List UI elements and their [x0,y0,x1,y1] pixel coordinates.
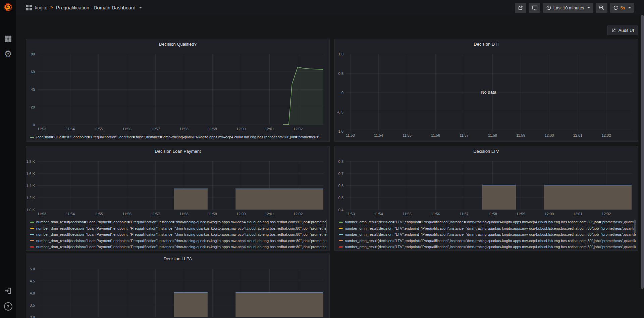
legend-item[interactable]: number_dmn_result{decision="Loan Payment… [30,244,327,250]
legend-series-label[interactable]: number_dmn_result{decision="Loan Payment… [36,220,327,224]
legend-item[interactable]: number_dmn_result{decision="Loan Payment… [30,225,327,232]
help-icon[interactable]: ? [0,302,16,311]
tv-mode-button[interactable] [529,3,540,13]
svg-text:0.5: 0.5 [338,72,343,76]
svg-text:12:00: 12:00 [545,212,554,216]
chevron-down-icon[interactable] [139,7,142,8]
header-actions: Last 10 minutes 5s [515,3,634,13]
audit-ui-button[interactable]: Audit UI [607,26,638,35]
legend-item[interactable]: number_dmn_result{decision="LTV",endpoin… [339,219,636,225]
legend-scrollbar[interactable] [326,220,327,233]
legend-series-label[interactable]: number_dmn_result{decision="Loan Payment… [36,232,327,236]
svg-text:1.0 K: 1.0 K [26,208,35,212]
svg-text:12:02: 12:02 [293,212,303,216]
legend-item[interactable]: {decision="Qualified?",endpoint="Prequal… [30,134,327,140]
breadcrumb-separator-icon: > [50,5,53,10]
svg-text:0: 0 [33,123,35,127]
svg-text:0.7: 0.7 [338,172,343,176]
chart-decision-dti[interactable]: 11:5311:5411:5511:5611:5711:5811:5912:00… [335,39,638,141]
legend-item[interactable]: number_dmn_result{decision="LTV",endpoin… [339,225,636,232]
chart-decision-ltv[interactable]: 11:5311:5411:5511:5611:5711:5811:5912:00… [335,146,638,220]
legend-series-color [30,246,34,247]
breadcrumb-folder[interactable]: kogito [35,5,47,10]
svg-text:60: 60 [31,70,35,74]
legend-series-color [339,240,343,241]
svg-text:1.0: 1.0 [338,52,343,56]
chart-decision-loan-payment[interactable]: 11:5311:5411:5511:5611:5711:5811:5912:00… [26,146,329,220]
time-range-label: Last 10 minutes [553,5,584,10]
svg-text:11:59: 11:59 [208,212,217,216]
svg-text:20: 20 [31,105,35,109]
sign-in-icon[interactable] [0,287,16,294]
legend-item[interactable]: number_dmn_result{decision="LTV",endpoin… [339,238,636,244]
svg-text:4.5: 4.5 [30,279,35,283]
legend-series-label[interactable]: number_dmn_result{decision="LTV",endpoin… [345,245,636,249]
chart-decision-qualified[interactable]: 11:5311:5411:5511:5611:5711:5811:5912:00… [26,39,329,135]
svg-text:11:59: 11:59 [208,127,217,131]
svg-text:11:56: 11:56 [122,127,131,131]
refresh-button[interactable]: 5s [610,3,634,13]
panel-decision-loan-payment: Decision Loan Payment 11:5311:5411:5511:… [26,146,330,251]
svg-text:12:00: 12:00 [236,127,246,131]
dashboards-icon[interactable] [0,35,16,43]
panel-decision-ltv: Decision LTV 11:5311:5411:5511:5611:5711… [334,146,638,251]
svg-text:11:54: 11:54 [66,127,75,131]
svg-text:11:53: 11:53 [37,212,46,216]
svg-text:0.8: 0.8 [338,160,343,164]
legend-series-label[interactable]: number_dmn_result{decision="LTV",endpoin… [345,226,636,230]
svg-text:-1.0: -1.0 [337,129,343,133]
legend-series-label[interactable]: number_dmn_result{decision="LTV",endpoin… [345,239,636,243]
svg-text:40: 40 [31,88,35,92]
legend-series-label[interactable]: number_dmn_result{decision="LTV",endpoin… [345,220,636,224]
svg-text:11:56: 11:56 [431,212,440,216]
panel-decision-dti: Decision DTI 11:5311:5411:5511:5611:5711… [334,39,638,142]
external-link-icon [611,28,616,33]
svg-text:11:53: 11:53 [37,127,46,131]
legend-series-label[interactable]: number_dmn_result{decision="Loan Payment… [36,239,327,243]
legend-item[interactable]: number_dmn_result{decision="Loan Payment… [30,238,327,244]
grafana-logo-icon[interactable] [3,2,13,12]
legend-series-color [30,228,34,229]
share-button[interactable] [515,3,526,13]
svg-text:12:01: 12:01 [573,212,583,216]
legend-series-label[interactable]: {decision="Qualified?",endpoint="Prequal… [36,135,321,139]
svg-text:11:54: 11:54 [374,212,383,216]
legend-series-color [30,222,34,223]
legend-item[interactable]: number_dmn_result{decision="LTV",endpoin… [339,244,636,250]
refresh-interval-label: 5s [621,5,625,10]
legend-series-label[interactable]: number_dmn_result{decision="Loan Payment… [36,226,327,230]
legend-series-color [339,246,343,247]
sidebar: ⚙ ? [0,0,16,318]
panel-decision-llpa: Decision LLPA 11:5311:5411:5511:5611:571… [26,254,330,318]
chart-decision-llpa[interactable]: 11:5311:5411:5511:5611:5711:5811:5912:00… [26,254,329,318]
zoom-out-button[interactable] [596,3,607,13]
svg-text:11:57: 11:57 [460,133,469,137]
panel-decision-qualified: Decision Qualified? 11:5311:5411:5511:56… [26,39,330,142]
dashboard-title[interactable]: Prequalification - Domain Dashboard [56,5,136,10]
time-range-picker[interactable]: Last 10 minutes [543,3,593,13]
legend-series-label[interactable]: number_dmn_result{decision="Loan Payment… [36,245,327,249]
legend-scrollbar[interactable] [634,220,636,233]
svg-text:11:53: 11:53 [346,133,355,137]
chart-legend: number_dmn_result{decision="Loan Payment… [30,219,327,250]
chevron-down-icon [628,7,631,8]
svg-text:11:58: 11:58 [179,127,189,131]
legend-item[interactable]: number_dmn_result{decision="LTV",endpoin… [339,231,636,238]
folder-grid-icon[interactable] [26,5,32,10]
svg-text:11:58: 11:58 [488,133,497,137]
legend-series-color [339,222,343,223]
configuration-gear-icon[interactable]: ⚙ [0,50,16,59]
svg-text:12:01: 12:01 [265,212,274,216]
page-scrollbar[interactable] [641,15,644,289]
breadcrumb: kogito > Prequalification - Domain Dashb… [26,0,142,15]
svg-text:0.4: 0.4 [338,208,343,212]
svg-text:12:00: 12:00 [236,212,246,216]
svg-text:-0.5: -0.5 [337,110,343,114]
svg-text:11:59: 11:59 [516,133,525,137]
svg-text:11:57: 11:57 [460,212,469,216]
legend-series-label[interactable]: number_dmn_result{decision="LTV",endpoin… [345,232,636,236]
legend-item[interactable]: number_dmn_result{decision="Loan Payment… [30,219,327,225]
svg-text:1.2 K: 1.2 K [26,196,35,200]
legend-item[interactable]: number_dmn_result{decision="Loan Payment… [30,231,327,238]
svg-text:11:55: 11:55 [94,127,103,131]
